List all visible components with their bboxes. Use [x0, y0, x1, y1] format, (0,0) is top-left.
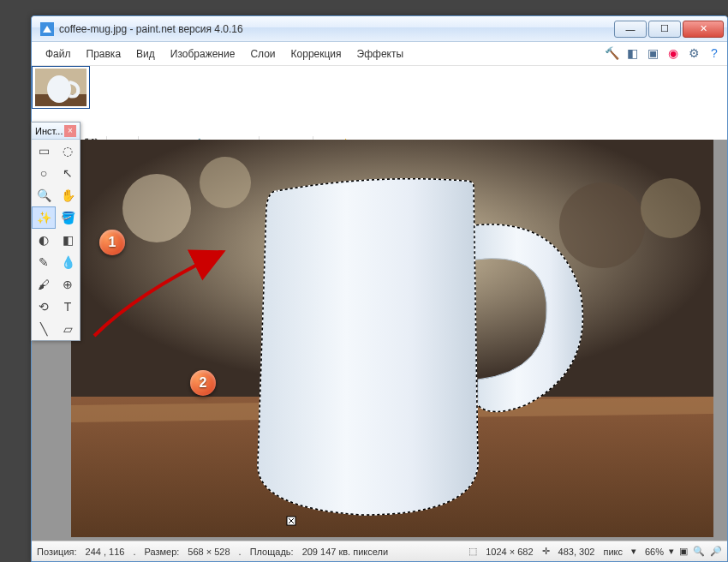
recolor-tool[interactable]: ⟲: [32, 296, 56, 318]
annotation-arrow: [86, 242, 240, 344]
zoom-controls: 66% ▾ ▣ 🔍 🔎: [645, 546, 722, 557]
move-tool[interactable]: ↖: [56, 162, 80, 184]
history-icon[interactable]: ◧: [624, 45, 640, 61]
cursor-icon: ✛: [542, 546, 550, 557]
tool-window-icon[interactable]: 🔨: [604, 45, 619, 61]
shapes-tool[interactable]: ▱: [56, 318, 80, 340]
zoom-out-icon[interactable]: 🔍: [693, 546, 705, 557]
clone-stamp-tool[interactable]: ⊕: [56, 273, 80, 296]
maximize-button[interactable]: ☐: [648, 21, 681, 38]
svg-point-7: [559, 182, 645, 268]
image-size-icon: ⬚: [468, 546, 477, 557]
marker-2-label: 2: [200, 375, 207, 391]
menu-adjust[interactable]: Коррекция: [284, 45, 349, 63]
tools-panel-close-icon[interactable]: ×: [64, 125, 76, 137]
menu-image[interactable]: Изображение: [164, 45, 242, 63]
status-pos-value: 244 , 116: [86, 547, 125, 557]
color-picker-tool[interactable]: 💧: [56, 251, 80, 273]
window-title: coffee-mug.jpg - paint.net версия 4.0.16: [59, 23, 614, 35]
svg-point-8: [641, 178, 701, 238]
chevron-down-icon[interactable]: ▾: [631, 546, 636, 557]
window-controls: — ☐ ✕: [614, 21, 724, 38]
status-unit[interactable]: пикс: [603, 547, 623, 557]
layers-icon[interactable]: ▣: [645, 45, 660, 61]
text-tool[interactable]: T: [56, 296, 80, 318]
titlebar: coffee-mug.jpg - paint.net версия 4.0.16…: [32, 16, 727, 42]
annotation-marker-1: 1: [99, 230, 125, 255]
close-button[interactable]: ✕: [683, 21, 724, 38]
tools-panel: Инст... × ▭ ◌ ○ ↖ 🔍 ✋ ✨ 🪣 ◐ ◧ ✎ 💧 🖌 ⊕ ⟲ …: [31, 122, 81, 341]
image-thumbnail[interactable]: [32, 66, 90, 109]
menu-view[interactable]: Вид: [129, 45, 162, 63]
zoom-value[interactable]: 66%: [645, 547, 664, 557]
menu-effects[interactable]: Эффекты: [350, 45, 411, 63]
magic-wand-tool[interactable]: ✨: [32, 206, 56, 229]
tools-panel-title: Инст... ×: [32, 123, 80, 140]
app-icon: [40, 22, 54, 36]
help-icon[interactable]: ?: [707, 45, 722, 61]
paint-bucket-tool[interactable]: 🪣: [56, 206, 80, 229]
rectangle-select-tool[interactable]: ▭: [32, 140, 56, 162]
chevron-down-icon[interactable]: ▾: [669, 546, 674, 557]
status-size-label: Размер:: [144, 547, 179, 557]
status-imgsize: 1024 × 682: [486, 547, 533, 557]
svg-point-5: [122, 174, 191, 242]
colors-icon[interactable]: ◉: [665, 45, 681, 61]
image-thumbnail-strip: [32, 66, 727, 109]
zoom-in-icon[interactable]: 🔎: [710, 546, 722, 557]
minimize-button[interactable]: —: [614, 21, 647, 38]
zoom-fit-icon[interactable]: ▣: [679, 546, 688, 557]
tools-panel-title-text: Инст...: [35, 126, 63, 136]
gradient-tool[interactable]: ◐: [32, 229, 56, 251]
brush-tool[interactable]: 🖌: [32, 273, 56, 296]
menu-edit[interactable]: Правка: [80, 45, 128, 63]
ellipse-select-tool[interactable]: ○: [32, 162, 56, 184]
eraser-tool[interactable]: ◧: [56, 229, 80, 251]
status-area-label: Площадь:: [250, 547, 294, 557]
statusbar: Позиция: 244 , 116. Размер: 568 × 528. П…: [32, 541, 727, 561]
svg-point-3: [47, 75, 71, 103]
menu-file[interactable]: Файл: [39, 45, 78, 63]
pan-tool[interactable]: ✋: [56, 184, 80, 206]
status-cursor: 483, 302: [558, 547, 595, 557]
status-size-value: 568 × 528: [188, 547, 230, 557]
annotation-marker-2: 2: [190, 370, 216, 396]
status-pos-label: Позиция:: [37, 547, 77, 557]
pencil-tool[interactable]: ✎: [32, 251, 56, 273]
utility-icons: 🔨 ◧ ▣ ◉ ⚙ ?: [604, 45, 722, 61]
status-area-value: 209 147 кв. пиксели: [302, 547, 388, 557]
lasso-select-tool[interactable]: ◌: [56, 140, 80, 162]
settings-icon[interactable]: ⚙: [686, 45, 701, 61]
zoom-tool[interactable]: 🔍: [32, 184, 56, 206]
svg-point-6: [200, 157, 251, 208]
tools-grid: ▭ ◌ ○ ↖ 🔍 ✋ ✨ 🪣 ◐ ◧ ✎ 💧 🖌 ⊕ ⟲ T ╲ ▱: [32, 140, 80, 340]
line-tool[interactable]: ╲: [32, 318, 56, 340]
marker-1-label: 1: [109, 235, 116, 250]
menu-layers[interactable]: Слои: [243, 45, 282, 63]
